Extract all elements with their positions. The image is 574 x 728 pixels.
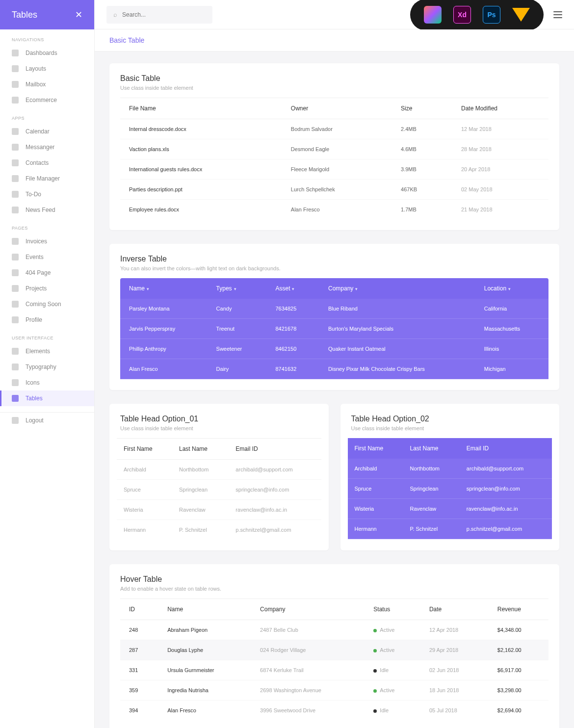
column-header[interactable]: Types▾ [208, 278, 267, 299]
column-header: Company [251, 599, 365, 620]
sidebar-item-file-manager[interactable]: File Manager [0, 171, 94, 186]
column-header[interactable]: Asset▾ [266, 278, 319, 299]
sidebar-item-icons[interactable]: Icons [0, 375, 94, 390]
table-row[interactable]: WisteriaRavenclawravenclaw@info.ac.in [117, 500, 321, 520]
sidebar-item-calendar[interactable]: Calendar [0, 124, 94, 139]
table-row[interactable]: ArchibaldNorthbottomarchibald@support.co… [348, 459, 552, 479]
sidebar-item-logout[interactable]: Logout [0, 413, 94, 428]
table-row[interactable]: 394Alan Fresco3996 Sweetwood DriveIdle05… [120, 701, 548, 721]
nav-label: Icons [26, 379, 40, 386]
table-row[interactable]: WisteriaRavenclawravenclaw@info.ac.in [348, 499, 552, 519]
mailbox-icon [12, 81, 19, 88]
table-cell: 29 Apr 2018 [420, 640, 489, 660]
table-row[interactable]: 287Douglas Lyphe024 Rodger VillageActive… [120, 640, 548, 660]
table-cell: Phillip Anthropy [120, 339, 208, 359]
projects-icon [12, 285, 19, 292]
basic-sub: Use class inside table element [120, 85, 548, 91]
table-cell: Michigan [475, 359, 548, 379]
sidebar-item-events[interactable]: Events [0, 249, 94, 265]
sidebar-item-layouts[interactable]: Layouts [0, 61, 94, 77]
opt2-card: Table Head Option_02 Use class inside ta… [340, 404, 560, 550]
table-cell: P. Schnitzel [172, 520, 229, 540]
nav-label: Events [26, 254, 44, 260]
table-cell: Archibald [117, 460, 172, 480]
menu-icon[interactable] [553, 11, 562, 18]
table-row[interactable]: Jarvis PeppersprayTreenut8421678Burton's… [120, 319, 548, 339]
column-header[interactable]: Company▾ [319, 278, 475, 299]
sidebar-item-news-feed[interactable]: News Feed [0, 202, 94, 218]
table-row[interactable]: Internal dresscode.docxBodrum Salvador2.… [120, 119, 548, 139]
table-row[interactable]: HermannP. Schnitzelp.schnitzel@gmail.com [117, 520, 321, 540]
table-cell: 02 May 2018 [452, 180, 548, 200]
opt2-title: Table Head Option_02 [351, 415, 549, 423]
profile-icon [12, 316, 19, 323]
table-row[interactable]: SpruceSpringcleanspringclean@info.com [348, 479, 552, 499]
column-header[interactable]: Name▾ [120, 278, 208, 299]
sidebar-item-elements[interactable]: Elements [0, 343, 94, 359]
tools-icon[interactable]: ✕ [75, 9, 82, 20]
table-row[interactable]: SpruceSpringcleanspringclean@info.com [117, 480, 321, 500]
sidebar-item-404-page[interactable]: 404 Page [0, 265, 94, 281]
search-input-wrapper[interactable]: ⌕ [106, 6, 212, 24]
hover-table-card: Hover Table Add to enable a hover state … [109, 564, 559, 728]
sidebar-item-dashboards[interactable]: Dashboards [0, 45, 94, 61]
table-cell: 8741632 [266, 359, 319, 379]
sidebar-body: NAVIGATIONSDashboardsLayoutsMailboxEcomm… [0, 29, 94, 728]
table-row[interactable]: Phillip AnthropySweetener8462150Quaker I… [120, 339, 548, 359]
table-row[interactable]: 331Ursula Gurnmeister6874 Kerluke TrailI… [120, 660, 548, 680]
nav-label: Coming Soon [26, 301, 61, 308]
table-row[interactable]: 248Abraham Pigeon2487 Belle ClubActive12… [120, 620, 548, 640]
table-row[interactable]: Alan FrescoDairy8741632Disney Pixar Milk… [120, 359, 548, 379]
sidebar-item-coming-soon[interactable]: Coming Soon [0, 296, 94, 312]
sidebar-item-ecommerce[interactable]: Ecommerce [0, 92, 94, 108]
table-row[interactable]: International guests rules.docxFleece Ma… [120, 159, 548, 180]
table-row[interactable]: Parties description.pptLurch Schpellchek… [120, 180, 548, 200]
sidebar-item-invoices[interactable]: Invoices [0, 234, 94, 249]
table-cell: Ingredia Nutrisha [158, 680, 251, 701]
sort-caret-icon: ▾ [355, 286, 358, 291]
table-cell: Wisteria [348, 499, 403, 519]
status-dot-icon [373, 629, 377, 632]
column-header: ID [120, 599, 158, 620]
table-cell: Hermann [117, 520, 172, 540]
calendar-icon [12, 128, 19, 135]
xd-icon[interactable]: Xd [453, 6, 471, 24]
table-row[interactable]: Vaction plans.xlsDesmond Eagle4.6MB28 Ma… [120, 139, 548, 159]
hover-title: Hover Table [120, 575, 548, 584]
table-cell: 6874 Kerluke Trail [251, 660, 365, 680]
column-header[interactable]: Location▾ [475, 278, 548, 299]
sidebar-item-typography[interactable]: Typography [0, 359, 94, 375]
table-cell: $4,348.00 [489, 620, 548, 640]
table-row[interactable]: HermannP. Schnitzelp.schnitzel@gmail.com [348, 519, 552, 539]
table-cell: Treenut [208, 319, 267, 339]
table-row[interactable]: 359Ingredia Nutrisha2698 Washington Aven… [120, 680, 548, 701]
opt1-card: Table Head Option_01 Use class inside ta… [109, 404, 329, 550]
table-cell: Ravenclaw [403, 499, 459, 519]
table-row[interactable]: Parsley MontanaCandy7634825Blue RibandCa… [120, 299, 548, 319]
nav-label: File Manager [26, 175, 60, 182]
sketch-icon[interactable] [512, 8, 530, 22]
table-cell: $3,298.00 [489, 680, 548, 701]
table-cell: Springclean [403, 479, 459, 499]
table-cell: 394 [120, 701, 158, 721]
basic-table-card: Basic Table Use class inside table eleme… [109, 63, 559, 230]
table-row[interactable]: ArchibaldNorthbottomarchibald@support.co… [117, 460, 321, 480]
sidebar-item-mailbox[interactable]: Mailbox [0, 77, 94, 92]
table-cell: Douglas Lyphe [158, 640, 251, 660]
column-header: Owner [282, 98, 392, 119]
messanger-icon [12, 144, 19, 151]
hover-sub: Add to enable a hover state on table row… [120, 586, 548, 592]
sidebar-item-todo[interactable]: To-Do [0, 186, 94, 202]
table-cell: 8462150 [266, 339, 319, 359]
sidebar-item-projects[interactable]: Projects [0, 281, 94, 296]
main: ⌕ Xd Ps Basic Table Basic Table Use clas… [95, 0, 574, 728]
search-input[interactable] [122, 11, 206, 18]
sidebar-item-tables[interactable]: Tables [0, 390, 94, 406]
sidebar-item-messanger[interactable]: Messanger [0, 139, 94, 155]
table-row[interactable]: Employee rules.docxAlan Fresco1.7MB21 Ma… [120, 200, 548, 220]
figma-icon[interactable] [424, 6, 442, 24]
sidebar-item-profile[interactable]: Profile [0, 312, 94, 328]
nav-label: Logout [26, 417, 44, 424]
sidebar-item-contacts[interactable]: Contacts [0, 155, 94, 171]
ps-icon[interactable]: Ps [483, 6, 500, 24]
